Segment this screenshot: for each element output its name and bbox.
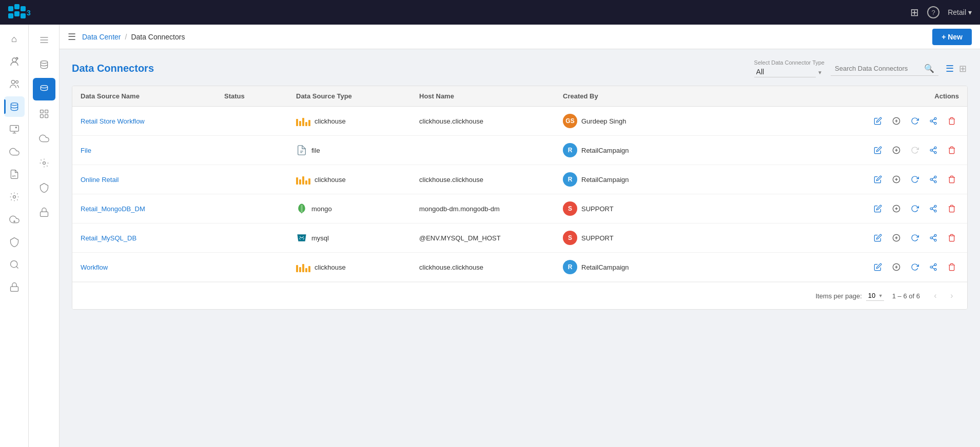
hamburger-menu[interactable]: ☰ xyxy=(68,31,76,43)
row-6-edit-button[interactable] xyxy=(871,260,885,274)
type-filter-wrapper: Select Data Connector Type All clickhous… xyxy=(754,59,825,77)
sidebar-item-admin[interactable] xyxy=(4,232,25,252)
row-2-type-label: file xyxy=(311,147,320,154)
row-3-add-button[interactable] xyxy=(889,172,904,187)
per-page-select[interactable]: 10 25 50 xyxy=(866,291,884,301)
help-icon[interactable]: ? xyxy=(927,6,939,18)
sidebar-item-lock[interactable] xyxy=(4,277,25,297)
search-input[interactable] xyxy=(835,65,921,72)
row-5-type: mysql xyxy=(288,225,411,251)
pagination-next-button[interactable]: › xyxy=(945,289,959,303)
mysql-type-icon xyxy=(296,232,307,243)
svg-point-54 xyxy=(934,181,936,183)
sidebar-item-api[interactable]: API xyxy=(4,164,25,185)
row-5-add-button[interactable] xyxy=(889,231,904,245)
row-3-refresh-button[interactable] xyxy=(908,172,922,187)
settings-icon xyxy=(9,192,19,202)
row-6-add-button[interactable] xyxy=(889,260,904,274)
row-2-delete-button[interactable] xyxy=(945,143,959,157)
dc-nav-7[interactable] xyxy=(33,176,55,199)
dc-nav-4[interactable] xyxy=(33,103,55,125)
dc-nav-5[interactable] xyxy=(33,127,55,150)
row-2-edit-button[interactable] xyxy=(871,143,885,157)
sidebar-item-database[interactable] xyxy=(4,96,25,117)
pagination-prev-button[interactable]: ‹ xyxy=(928,289,943,303)
dc-nav-6[interactable] xyxy=(33,152,55,174)
sidebar-item-home[interactable]: ⌂ xyxy=(4,29,25,49)
grid-icon[interactable]: ⊞ xyxy=(910,6,919,18)
row-5-avatar: S xyxy=(563,231,577,245)
pagination: Items per page: 10 25 50 1 – 6 of 6 ‹ › xyxy=(72,282,967,309)
row-4-delete-button[interactable] xyxy=(945,201,959,216)
row-2-add-button[interactable] xyxy=(889,143,904,157)
svg-text:+: + xyxy=(16,57,17,60)
row-1-host: clickhouse.clickhouse xyxy=(411,110,555,132)
list-view-button[interactable]: ☰ xyxy=(945,62,955,75)
row-1-share-button[interactable] xyxy=(926,114,940,128)
dc-nav-db-active[interactable] xyxy=(33,78,55,100)
row-1-edit-button[interactable] xyxy=(871,114,885,128)
row-1-refresh-button[interactable] xyxy=(908,114,922,128)
account-menu[interactable]: Retail ▾ xyxy=(948,8,972,16)
row-6-refresh-button[interactable] xyxy=(908,260,922,274)
col-header-type: Data Source Type xyxy=(288,86,411,106)
row-1-type: clickhouse xyxy=(288,109,411,133)
row-4-name-link[interactable]: Retail_MongoDB_DM xyxy=(81,205,145,213)
dc-header: Data Connectors Select Data Connector Ty… xyxy=(72,59,968,77)
table-row: File file R RetailCampaign xyxy=(72,136,967,165)
row-2-refresh-button[interactable] xyxy=(908,143,922,157)
row-6-name-link[interactable]: Workflow xyxy=(81,263,108,271)
logo: 3 xyxy=(8,4,33,21)
row-3-type-icon xyxy=(296,174,310,185)
svg-rect-26 xyxy=(45,110,48,113)
sidebar-item-user-manage[interactable]: + xyxy=(4,51,25,72)
row-4-edit-button[interactable] xyxy=(871,201,885,216)
sidebar-item-cloud[interactable] xyxy=(4,141,25,162)
row-3-edit-button[interactable] xyxy=(871,172,885,187)
svg-point-52 xyxy=(934,176,936,178)
dc-nav-1[interactable] xyxy=(33,29,55,51)
row-1-name-link[interactable]: Retail Store Workflow xyxy=(81,117,145,125)
breadcrumb-parent[interactable]: Data Center xyxy=(82,33,121,41)
row-3-delete-button[interactable] xyxy=(945,172,959,187)
row-5-share-button[interactable] xyxy=(926,231,940,245)
row-3-name-link[interactable]: Online Retail xyxy=(81,176,119,184)
svg-point-79 xyxy=(934,269,936,271)
row-4-refresh-button[interactable] xyxy=(908,201,922,216)
dc-nav-8[interactable] xyxy=(33,201,55,223)
row-6-share-button[interactable] xyxy=(926,260,940,274)
row-2-created-name: RetailCampaign xyxy=(581,147,629,154)
type-filter-select[interactable]: All clickhouse file mongo mysql xyxy=(754,67,816,77)
row-2-name-link[interactable]: File xyxy=(81,147,91,154)
svg-rect-4 xyxy=(14,11,19,16)
row-2-share-button[interactable] xyxy=(926,143,940,157)
second-sidebar xyxy=(29,25,60,447)
grid-view-button[interactable]: ⊞ xyxy=(958,62,968,75)
api-icon: API xyxy=(9,169,19,179)
sidebar-item-search[interactable] xyxy=(4,254,25,275)
row-5-refresh-button[interactable] xyxy=(908,231,922,245)
account-label: Retail xyxy=(948,8,966,16)
row-5-name-link[interactable]: Retail_MySQL_DB xyxy=(81,234,136,242)
new-button[interactable]: + New xyxy=(932,29,972,45)
row-5-edit-button[interactable] xyxy=(871,231,885,245)
row-3-share-button[interactable] xyxy=(926,172,940,187)
row-1-avatar: GS xyxy=(563,114,577,128)
row-1-add-button[interactable] xyxy=(889,114,904,128)
svg-line-64 xyxy=(932,209,935,211)
svg-rect-19 xyxy=(10,287,18,291)
clickhouse-type-icon xyxy=(296,116,310,126)
search-icon[interactable]: 🔍 xyxy=(924,64,934,73)
row-5-delete-button[interactable] xyxy=(945,231,959,245)
dc-nav-2[interactable] xyxy=(33,53,55,76)
row-4-add-button[interactable] xyxy=(889,201,904,216)
sidebar-item-monitor[interactable] xyxy=(4,119,25,139)
row-6-delete-button[interactable] xyxy=(945,260,959,274)
sidebar-item-users[interactable] xyxy=(4,74,25,94)
type-filter-label: Select Data Connector Type xyxy=(754,59,825,66)
col-header-actions: Actions xyxy=(688,86,967,106)
row-1-delete-button[interactable] xyxy=(945,114,959,128)
sidebar-item-settings[interactable] xyxy=(4,187,25,207)
row-4-share-button[interactable] xyxy=(926,201,940,216)
sidebar-item-cloud2[interactable] xyxy=(4,209,25,230)
